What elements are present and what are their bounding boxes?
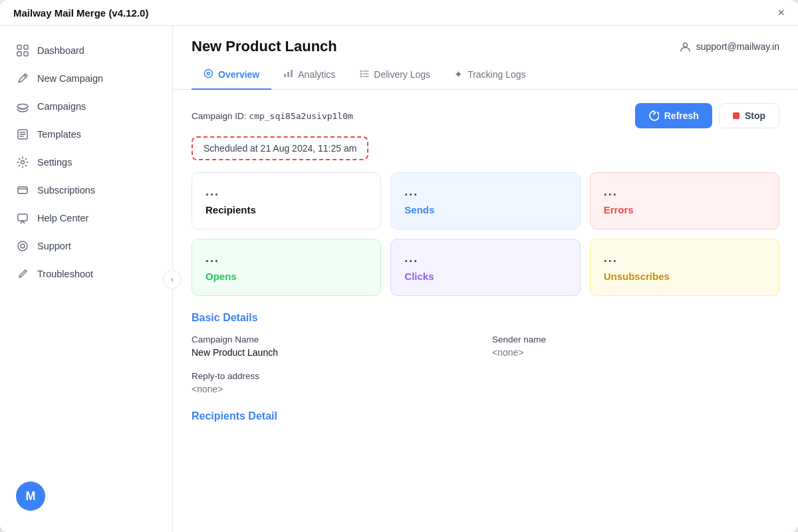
svg-point-10 bbox=[21, 244, 25, 248]
sidebar-item-label: Templates bbox=[37, 129, 81, 140]
window-title: Mailway Mail Merge (v4.12.0) bbox=[13, 7, 148, 19]
stat-dots: ... bbox=[604, 185, 765, 199]
campaign-id-row: Campaign ID: cmp_sqi85a2usivp1l0m Refres… bbox=[192, 103, 779, 128]
svg-point-11 bbox=[683, 43, 687, 47]
svg-rect-15 bbox=[287, 72, 289, 77]
svg-rect-14 bbox=[284, 74, 286, 77]
sidebar-item-new-campaign[interactable]: New Campaign bbox=[0, 65, 172, 92]
detail-label: Sender name bbox=[492, 334, 779, 344]
stats-grid: ... Recipients ... Sends ... Errors ... … bbox=[192, 172, 779, 296]
user-info: support@mailway.in bbox=[680, 41, 779, 53]
sidebar-item-label: New Campaign bbox=[37, 73, 103, 84]
tab-analytics[interactable]: Analytics bbox=[271, 61, 347, 90]
tabs-bar: Overview Analytics Delivery Logs ✦ T bbox=[173, 61, 798, 90]
stat-dots: ... bbox=[205, 185, 367, 199]
content-body: Campaign ID: cmp_sqi85a2usivp1l0m Refres… bbox=[173, 90, 798, 532]
sidebar-item-support[interactable]: Support bbox=[0, 232, 172, 260]
stat-label: Clicks bbox=[404, 271, 566, 282]
svg-point-6 bbox=[21, 161, 25, 164]
tab-delivery-logs[interactable]: Delivery Logs bbox=[347, 61, 442, 90]
stat-label: Opens bbox=[205, 271, 367, 282]
svg-rect-8 bbox=[18, 214, 27, 221]
action-buttons: Refresh Stop bbox=[635, 103, 779, 128]
user-icon bbox=[680, 41, 691, 53]
troubleshoot-icon bbox=[16, 267, 29, 281]
sidebar: Dashboard New Campaign Campaigns Templat… bbox=[0, 26, 173, 532]
analytics-tab-icon bbox=[283, 68, 293, 80]
stat-label: Sends bbox=[404, 204, 566, 215]
svg-point-17 bbox=[360, 70, 362, 72]
help-icon bbox=[16, 211, 29, 225]
stat-dots: ... bbox=[604, 251, 765, 265]
detail-value: New Product Launch bbox=[192, 347, 479, 358]
main-layout: Dashboard New Campaign Campaigns Templat… bbox=[0, 26, 798, 532]
recipients-section-title: Recipients Detail bbox=[192, 410, 779, 422]
svg-point-13 bbox=[207, 72, 210, 75]
campaign-id-text: Campaign ID: cmp_sqi85a2usivp1l0m bbox=[192, 111, 353, 121]
stat-card-opens: ... Opens bbox=[192, 239, 381, 296]
svg-point-19 bbox=[360, 76, 362, 78]
basic-details-title: Basic Details bbox=[192, 312, 779, 324]
stat-label: Unsubscribes bbox=[604, 271, 765, 282]
detail-reply-to: Reply-to address <none> bbox=[192, 371, 779, 394]
stat-card-clicks: ... Clicks bbox=[390, 239, 580, 296]
stat-card-sends: ... Sends bbox=[390, 172, 580, 229]
templates-icon bbox=[16, 128, 29, 141]
sidebar-item-troubleshoot[interactable]: Troubleshoot bbox=[0, 260, 172, 288]
sidebar-item-label: Support bbox=[37, 241, 71, 251]
content-area: New Product Launch support@mailway.in Ov… bbox=[173, 26, 798, 532]
sidebar-item-label: Subscriptions bbox=[37, 185, 95, 196]
title-bar: Mailway Mail Merge (v4.12.0) × bbox=[0, 0, 798, 26]
sidebar-item-campaigns[interactable]: Campaigns bbox=[0, 92, 172, 120]
refresh-button[interactable]: Refresh bbox=[635, 103, 712, 128]
stat-dots: ... bbox=[404, 185, 566, 199]
delivery-logs-tab-icon bbox=[359, 68, 369, 80]
settings-icon bbox=[16, 156, 29, 169]
tab-overview[interactable]: Overview bbox=[192, 61, 271, 90]
svg-rect-2 bbox=[17, 52, 21, 56]
sidebar-item-label: Settings bbox=[37, 157, 72, 168]
user-email: support@mailway.in bbox=[696, 41, 779, 52]
sidebar-item-label: Troubleshoot bbox=[37, 269, 93, 279]
dashboard-icon bbox=[16, 44, 29, 57]
page-title: New Product Launch bbox=[192, 38, 337, 55]
stop-icon bbox=[733, 112, 739, 119]
sidebar-collapse-button[interactable]: ‹ bbox=[163, 270, 182, 289]
overview-tab-icon bbox=[203, 68, 213, 80]
detail-label: Reply-to address bbox=[192, 371, 779, 381]
detail-value: <none> bbox=[192, 384, 779, 394]
detail-value: <none> bbox=[492, 347, 779, 358]
subscriptions-icon bbox=[16, 184, 29, 197]
new-campaign-icon bbox=[16, 72, 29, 85]
svg-rect-3 bbox=[24, 52, 28, 56]
stat-label: Recipients bbox=[205, 204, 367, 215]
stop-button[interactable]: Stop bbox=[719, 103, 779, 128]
content-header: New Product Launch support@mailway.in bbox=[173, 26, 798, 55]
svg-point-9 bbox=[18, 241, 27, 251]
stat-card-unsubscribes: ... Unsubscribes bbox=[590, 239, 779, 296]
sidebar-item-settings[interactable]: Settings bbox=[0, 148, 172, 176]
sidebar-item-dashboard[interactable]: Dashboard bbox=[0, 37, 172, 65]
stat-dots: ... bbox=[205, 251, 367, 265]
sidebar-item-label: Campaigns bbox=[37, 101, 86, 112]
sidebar-item-subscriptions[interactable]: Subscriptions bbox=[0, 176, 172, 204]
svg-point-12 bbox=[205, 70, 213, 78]
campaigns-icon bbox=[16, 100, 29, 113]
svg-rect-0 bbox=[17, 45, 21, 49]
svg-rect-7 bbox=[18, 187, 27, 194]
refresh-icon bbox=[648, 110, 659, 121]
basic-details-grid: Campaign Name New Product Launch Sender … bbox=[192, 334, 779, 358]
scheduled-badge: Scheduled at 21 Aug 2024, 11:25 am bbox=[192, 136, 368, 160]
svg-rect-16 bbox=[291, 70, 293, 77]
sidebar-item-help-center[interactable]: Help Center bbox=[0, 204, 172, 232]
tracking-logs-tab-icon: ✦ bbox=[454, 68, 463, 80]
stat-card-errors: ... Errors bbox=[590, 172, 779, 229]
stat-card-recipients: ... Recipients bbox=[192, 172, 381, 229]
detail-label: Campaign Name bbox=[192, 334, 479, 344]
stat-dots: ... bbox=[404, 251, 566, 265]
close-button[interactable]: × bbox=[777, 7, 785, 19]
sidebar-item-templates[interactable]: Templates bbox=[0, 120, 172, 148]
tab-tracking-logs[interactable]: ✦ Tracking Logs bbox=[442, 61, 537, 90]
detail-sender-name: Sender name <none> bbox=[492, 334, 779, 358]
sidebar-bottom: M bbox=[0, 471, 172, 521]
